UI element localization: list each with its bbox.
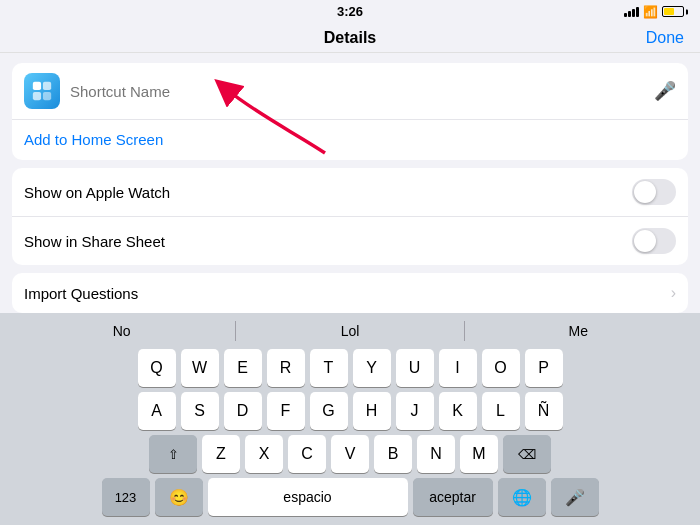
emoji-key[interactable]: 😊 [155,478,203,516]
done-button[interactable]: Done [646,29,684,47]
key-n[interactable]: N [417,435,455,473]
delete-key[interactable]: ⌫ [503,435,551,473]
status-time: 3:26 [337,4,363,19]
share-sheet-label: Show in Share Sheet [24,233,165,250]
key-x[interactable]: X [245,435,283,473]
shortcut-name-row: 🎤 [12,63,688,120]
key-k[interactable]: K [439,392,477,430]
space-key[interactable]: espacio [208,478,408,516]
keyboard-row-1: Q W E R T Y U I O P [4,349,696,387]
add-home-screen-row[interactable]: Add to Home Screen [12,120,688,160]
shortcut-section: 🎤 Add to Home Screen [12,63,688,160]
nav-title: Details [324,29,376,47]
wifi-icon: 📶 [643,5,658,19]
key-b[interactable]: B [374,435,412,473]
keyboard: No Lol Me Q W E R T Y U I O P A S D F G … [0,313,700,525]
svg-rect-3 [43,92,51,100]
mic-icon[interactable]: 🎤 [654,80,676,102]
key-a[interactable]: A [138,392,176,430]
key-j[interactable]: J [396,392,434,430]
content-area: 🎤 Add to Home Screen Show on Apple Watch… [0,53,700,313]
key-y[interactable]: Y [353,349,391,387]
key-r[interactable]: R [267,349,305,387]
import-questions-row[interactable]: Import Questions › [12,273,688,313]
predictive-word-1[interactable]: No [8,319,235,343]
key-u[interactable]: U [396,349,434,387]
key-p[interactable]: P [525,349,563,387]
share-sheet-toggle-knob [634,230,656,252]
predictive-bar: No Lol Me [4,319,696,343]
key-n-tilde[interactable]: Ñ [525,392,563,430]
status-bar: 3:26 📶 [0,0,700,23]
return-key[interactable]: aceptar [413,478,493,516]
shift-key[interactable]: ⇧ [149,435,197,473]
import-questions-label: Import Questions [24,285,138,302]
key-g[interactable]: G [310,392,348,430]
key-t[interactable]: T [310,349,348,387]
toggles-section: Show on Apple Watch Show in Share Sheet [12,168,688,265]
key-c[interactable]: C [288,435,326,473]
apple-watch-row: Show on Apple Watch [12,168,688,217]
apple-watch-toggle-knob [634,181,656,203]
keyboard-row-4: 123 😊 espacio aceptar 🌐 🎤 [4,478,696,516]
svg-rect-2 [33,92,41,100]
key-i[interactable]: I [439,349,477,387]
nav-bar: Details Done [0,23,700,53]
battery-icon [662,6,684,17]
key-d[interactable]: D [224,392,262,430]
svg-rect-0 [33,82,41,90]
key-q[interactable]: Q [138,349,176,387]
apple-watch-toggle[interactable] [632,179,676,205]
key-v[interactable]: V [331,435,369,473]
status-icons: 📶 [624,5,684,19]
svg-rect-1 [43,82,51,90]
keyboard-row-2: A S D F G H J K L Ñ [4,392,696,430]
predictive-word-2[interactable]: Lol [236,319,463,343]
key-w[interactable]: W [181,349,219,387]
numbers-key[interactable]: 123 [102,478,150,516]
keyboard-row-3: ⇧ Z X C V B N M ⌫ [4,435,696,473]
key-e[interactable]: E [224,349,262,387]
keyboard-microphone-key[interactable]: 🎤 [551,478,599,516]
add-home-screen-label: Add to Home Screen [24,131,163,148]
keyboard-mic-key[interactable]: 🌐 [498,478,546,516]
key-h[interactable]: H [353,392,391,430]
key-s[interactable]: S [181,392,219,430]
key-z[interactable]: Z [202,435,240,473]
key-m[interactable]: M [460,435,498,473]
key-o[interactable]: O [482,349,520,387]
shortcut-app-icon [24,73,60,109]
share-sheet-toggle[interactable] [632,228,676,254]
share-sheet-row: Show in Share Sheet [12,217,688,265]
key-l[interactable]: L [482,392,520,430]
key-f[interactable]: F [267,392,305,430]
chevron-right-icon: › [671,284,676,302]
shortcut-name-input[interactable] [70,83,654,100]
import-section: Import Questions › [12,273,688,313]
signal-icon [624,7,639,17]
predictive-word-3[interactable]: Me [465,319,692,343]
apple-watch-label: Show on Apple Watch [24,184,170,201]
shortcuts-icon [31,80,53,102]
